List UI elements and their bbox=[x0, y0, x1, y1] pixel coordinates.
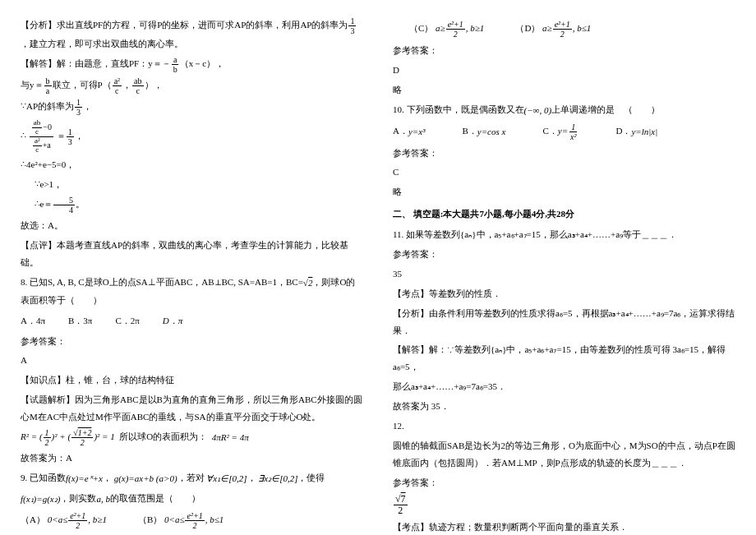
question-12: 圆锥的轴截面SAB是边长为2的等边三角形，O为底面中心，M为SO的中点，动点P在… bbox=[393, 437, 735, 472]
answer-label-10: 参考答案： bbox=[393, 145, 735, 162]
explanation-8a: 【试题解析】因为三角形ABC是以B为直角的直角三角形，所以三角形ABC外接圆的圆… bbox=[21, 391, 363, 426]
q10-opt-d: D．y=ln|x| bbox=[616, 122, 658, 141]
question-9: 9. 已知函数f(x)=eˣ+x， g(x)=ax+b (a>0)，若对 ∀x₁… bbox=[21, 469, 363, 487]
comment: 【点评】本题考查直线AP的斜率，双曲线的离心率，考查学生的计算能力，比较基础。 bbox=[21, 237, 363, 271]
q9-options-ab: （A） 0<a≤e²+12, b≥1 （B） 0<a≤e²+12, b≤1 bbox=[21, 511, 363, 530]
answer-9: D bbox=[393, 62, 735, 79]
q8-opt-b: B．3π bbox=[68, 312, 92, 330]
line8: 故选：A。 bbox=[21, 217, 363, 234]
knowledge-point-8: 【知识点】柱，锥，台，球的结构特征 bbox=[21, 371, 363, 389]
kp-12: 【考点】轨迹方程；数量积判断两个平面向量的垂直关系． bbox=[393, 519, 735, 535]
left-column: 【分析】求出直线PF的方程，可得P的坐标，进而可求AP的斜率，利用AP的斜率为1… bbox=[0, 0, 378, 535]
question-10: 10. 下列函数中，既是偶函数又在(−∞, 0)上单调递增的是 （ ） bbox=[393, 101, 735, 119]
answer-label-11: 参考答案： bbox=[393, 246, 735, 263]
q8-opt-d: D．π bbox=[163, 312, 182, 330]
solve-11c: 故答案为 35． bbox=[393, 398, 735, 415]
line6: ∵e>1， bbox=[21, 176, 363, 193]
q9-opt-d: （D） a≥e²+12, b≤1 bbox=[515, 20, 591, 39]
analysis-11: 【分析】由条件利用等差数列的性质求得a₆=5，再根据a₃+a₄+……+a₉=7a… bbox=[393, 305, 735, 339]
section-2-title: 二、 填空题:本大题共7小题,每小题4分,共28分 bbox=[393, 205, 735, 223]
right-column: （C） a≥e²+12, b≥1 （D） a≥e²+12, b≤1 参考答案： … bbox=[378, 0, 756, 535]
question-11: 11. 如果等差数列{aₙ}中，a₅+a₆+a₇=15，那么a₃+a₄+……+a… bbox=[393, 226, 735, 243]
solve-line: 【解答】解：由题意，直线PF：y＝－ab（x－c）， bbox=[21, 55, 363, 74]
answer-8: A bbox=[21, 352, 363, 369]
analysis-text: 【分析】求出直线PF的方程，可得P的坐标，进而可求AP的斜率，利用AP的斜率为1… bbox=[21, 16, 363, 53]
q9-opt-b: （B） 0<a≤e²+12, b≤1 bbox=[138, 511, 224, 530]
q10-opt-b: B．y=cos x bbox=[462, 122, 505, 141]
line2: 与y＝ba联立，可得P（a²c，abc）， bbox=[21, 76, 363, 95]
q10-options: A．y=x³ B．y=cos x C．y=1x² D．y=ln|x| bbox=[393, 122, 735, 141]
answer-10-brief: 略 bbox=[393, 183, 735, 201]
answer-label-12: 参考答案： bbox=[393, 474, 735, 491]
q8-opt-a: A．4π bbox=[21, 312, 45, 330]
question-8: 8. 已知S, A, B, C是球O上的点SA⊥平面ABC，AB⊥BC, SA=… bbox=[21, 274, 363, 309]
answer-11: 35 bbox=[393, 265, 735, 283]
q10-opt-a: A．y=x³ bbox=[393, 122, 425, 141]
question-12-num: 12. bbox=[393, 417, 735, 435]
answer-label-9: 参考答案： bbox=[393, 42, 735, 59]
line5: ∴4e²+e−5=0， bbox=[21, 156, 363, 173]
q9-opt-c: （C） a≥e²+12, b≥1 bbox=[409, 20, 484, 39]
q10-opt-c: C．y=1x² bbox=[542, 122, 579, 141]
answer-12: √72 bbox=[393, 494, 735, 516]
q9-opt-a: （A） 0<a≤e²+12, b≥1 bbox=[21, 511, 107, 530]
explanation-8b: R² = (12)² + (√1+22)² = 1 所以球O的表面积为： 4πR… bbox=[21, 428, 363, 447]
answer-10: C bbox=[393, 164, 735, 181]
line4: ∴ abc−0a²c+a ＝13， bbox=[21, 119, 363, 155]
answer-label-8: 参考答案： bbox=[21, 333, 363, 350]
kp-11: 【考点】等差数列的性质． bbox=[393, 285, 735, 302]
line7: ∴e＝54。 bbox=[21, 196, 363, 214]
q8-opt-c: C．2π bbox=[115, 312, 139, 330]
line3: ∵AP的斜率为13， bbox=[21, 98, 363, 117]
q9-options-cd: （C） a≥e²+12, b≥1 （D） a≥e²+12, b≤1 bbox=[409, 20, 735, 39]
answer-9-brief: 略 bbox=[393, 81, 735, 99]
solve-11a: 【解答】解：∵等差数列{aₙ}中，a₅+a₆+a₇=15，由等差数列的性质可得 … bbox=[393, 341, 735, 376]
q8-options: A．4π B．3π C．2π D．π bbox=[21, 312, 363, 330]
question-9b: f(x₁)=g(x₂)，则实数a, b的取值范围是（ ） bbox=[21, 490, 363, 508]
solve-11b: 那么a₃+a₄+……+a₉=7a₆=35． bbox=[393, 378, 735, 395]
explanation-8c: 故答案为：A bbox=[21, 450, 363, 467]
